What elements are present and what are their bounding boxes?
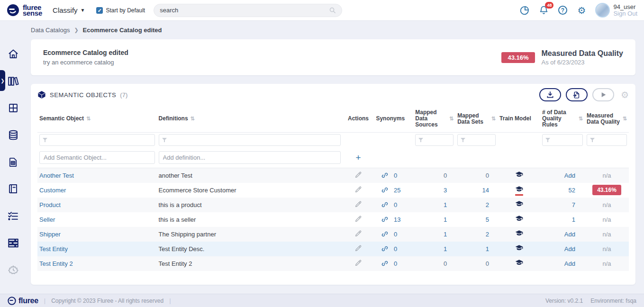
- synonyms-count[interactable]: 0: [394, 201, 397, 208]
- train-model-icon[interactable]: [515, 215, 523, 223]
- synonyms-count[interactable]: 13: [394, 216, 400, 223]
- avatar[interactable]: [595, 3, 610, 18]
- mapped-sets-count[interactable]: 2: [486, 201, 489, 208]
- mapped-sets-count[interactable]: 2: [486, 231, 489, 238]
- train-model-icon[interactable]: [515, 200, 523, 208]
- breadcrumb-parent-link[interactable]: Data Catalogs: [31, 27, 70, 34]
- add-definition-input[interactable]: [159, 151, 341, 164]
- synonyms-count[interactable]: 0: [394, 260, 397, 267]
- run-button[interactable]: [592, 88, 614, 101]
- library-icon: [7, 75, 19, 87]
- edit-pencil-icon[interactable]: [354, 171, 362, 179]
- link-icon[interactable]: [381, 216, 388, 223]
- edit-pencil-icon[interactable]: [354, 200, 362, 208]
- settings-gear-icon[interactable]: ⚙: [576, 5, 587, 16]
- mapped-sets-count[interactable]: 14: [482, 187, 489, 194]
- link-icon[interactable]: [381, 260, 388, 267]
- sidebar-item-checklist[interactable]: [0, 210, 26, 222]
- start-by-default-checkbox[interactable]: ✓ Start by Default: [96, 7, 145, 14]
- link-icon[interactable]: [381, 187, 388, 193]
- train-model-icon[interactable]: [515, 244, 523, 252]
- synonyms-count[interactable]: 0: [394, 245, 397, 253]
- sort-icon[interactable]: ⇅: [86, 116, 91, 122]
- synonyms-count[interactable]: 0: [394, 172, 397, 179]
- edit-pencil-icon[interactable]: [354, 259, 362, 267]
- catalog-subtitle: try an ecommerce catalog: [43, 59, 128, 66]
- quality-rules-link[interactable]: Add: [564, 245, 575, 253]
- synonyms-count[interactable]: 25: [394, 187, 400, 194]
- mapped-sets-count[interactable]: 0: [486, 260, 489, 267]
- sort-icon[interactable]: ⇅: [491, 116, 496, 122]
- add-row-button[interactable]: +: [345, 153, 372, 163]
- sidebar-item-database[interactable]: [0, 129, 26, 141]
- sort-icon[interactable]: ⇅: [449, 116, 454, 122]
- mapped-sets-count[interactable]: 5: [486, 216, 489, 223]
- edit-pencil-icon[interactable]: [354, 244, 362, 252]
- filter-semantic-object[interactable]: [39, 134, 155, 146]
- add-semantic-object-input[interactable]: [39, 151, 155, 164]
- link-icon[interactable]: [381, 201, 388, 208]
- sidebar-item-home[interactable]: [0, 48, 26, 60]
- sort-icon[interactable]: ⇅: [190, 116, 195, 122]
- import-file-button[interactable]: [566, 88, 588, 101]
- mapped-sources-count[interactable]: 3: [444, 187, 447, 194]
- mapped-sources-count[interactable]: 1: [444, 201, 447, 208]
- sort-icon[interactable]: ⇅: [579, 116, 583, 122]
- sidebar-item-document[interactable]: [0, 156, 26, 168]
- semantic-object-link[interactable]: Customer: [39, 187, 66, 194]
- app-logo[interactable]: fluree sense: [7, 4, 42, 17]
- semantic-object-link[interactable]: Test Entity: [39, 245, 68, 253]
- sidebar-item-bricks[interactable]: [0, 237, 26, 249]
- sidebar-item-book[interactable]: [0, 183, 26, 195]
- train-model-icon[interactable]: [515, 259, 523, 267]
- table-title: SEMANTIC OBJECTS: [50, 91, 116, 99]
- sign-out-link[interactable]: Sign Out: [613, 10, 637, 17]
- analytics-pie-icon[interactable]: [519, 5, 530, 16]
- sidebar-item-history[interactable]: [0, 264, 26, 276]
- link-icon[interactable]: [381, 231, 388, 237]
- notifications-bell-icon[interactable]: 48: [538, 5, 549, 16]
- help-icon[interactable]: ?: [557, 5, 568, 16]
- filter-measured-quality[interactable]: [587, 134, 627, 146]
- semantic-object-link[interactable]: Test Entity 2: [39, 260, 73, 267]
- mapped-sources-count[interactable]: 0: [444, 172, 447, 179]
- quality-rules-link[interactable]: Add: [564, 231, 575, 238]
- classify-dropdown[interactable]: Classify ▼: [53, 6, 85, 14]
- mapped-sets-count[interactable]: 0: [486, 172, 489, 179]
- mapped-sources-count[interactable]: 1: [444, 216, 447, 223]
- mapped-sets-count[interactable]: 1: [486, 245, 489, 253]
- edit-pencil-icon[interactable]: [354, 186, 362, 193]
- filter-quality-rules[interactable]: [542, 134, 583, 146]
- breadcrumb: Data Catalogs ❯ Ecommerce Catalog edited: [26, 21, 644, 34]
- synonyms-count[interactable]: 0: [394, 231, 397, 238]
- mapped-sources-count[interactable]: 1: [444, 231, 447, 238]
- search-input[interactable]: [160, 7, 329, 14]
- link-icon[interactable]: [381, 172, 388, 179]
- mapped-sources-count[interactable]: 1: [444, 245, 447, 253]
- link-icon[interactable]: [381, 245, 388, 252]
- train-model-icon[interactable]: [515, 185, 523, 193]
- quality-rules-link[interactable]: 52: [569, 187, 575, 194]
- edit-pencil-icon[interactable]: [354, 230, 362, 237]
- filter-definitions[interactable]: [159, 134, 341, 146]
- quality-rules-link[interactable]: 1: [572, 216, 575, 223]
- user-menu[interactable]: 94_user Sign Out: [595, 3, 637, 18]
- semantic-object-link[interactable]: Shipper: [39, 231, 61, 238]
- download-button[interactable]: [539, 88, 561, 101]
- quality-rules-link[interactable]: Add: [564, 260, 575, 267]
- sort-icon[interactable]: ⇅: [623, 116, 627, 122]
- semantic-object-link[interactable]: Product: [39, 201, 61, 208]
- filter-mapped-data-sets[interactable]: [457, 134, 496, 146]
- semantic-object-link[interactable]: Another Test: [39, 172, 74, 179]
- semantic-object-link[interactable]: Seller: [39, 216, 55, 223]
- train-model-icon[interactable]: [515, 171, 523, 179]
- train-model-icon[interactable]: [515, 229, 523, 237]
- quality-rules-link[interactable]: Add: [564, 172, 575, 179]
- mapped-sources-count[interactable]: 0: [444, 260, 447, 267]
- table-settings-gear-icon[interactable]: ⚙: [621, 90, 629, 100]
- edit-pencil-icon[interactable]: [354, 215, 362, 223]
- filter-mapped-data-sources[interactable]: [415, 134, 454, 146]
- sidebar-item-grid[interactable]: [0, 102, 26, 114]
- quality-rules-link[interactable]: 7: [572, 201, 575, 208]
- sidebar-item-library[interactable]: ❯: [0, 75, 26, 87]
